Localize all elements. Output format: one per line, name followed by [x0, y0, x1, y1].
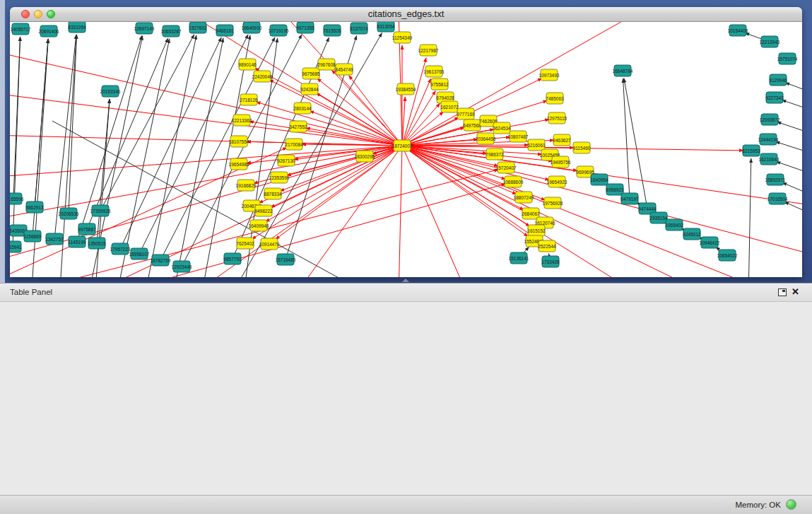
- graph-node[interactable]: 9242844: [300, 83, 319, 95]
- graph-node[interactable]: 3427552: [289, 121, 307, 132]
- graph-node[interactable]: 10719195: [269, 25, 289, 36]
- graph-node[interactable]: 1350515: [88, 238, 106, 249]
- graph-node[interactable]: 22420046: [252, 71, 273, 82]
- graph-node[interactable]: 8215953: [742, 145, 760, 156]
- graph-edge[interactable]: [748, 158, 751, 277]
- graph-edge[interactable]: [257, 102, 402, 146]
- graph-node[interactable]: 16640910: [242, 22, 262, 33]
- graph-node[interactable]: 20891406: [39, 25, 59, 37]
- graph-node[interactable]: 20153346: [100, 86, 121, 97]
- graph-edge[interactable]: [402, 97, 405, 146]
- graph-node[interactable]: 9675685: [302, 68, 320, 79]
- graph-node[interactable]: 9862913: [25, 201, 44, 213]
- graph-hub-node[interactable]: 18724007: [392, 140, 413, 151]
- graph-node[interactable]: 10914479: [259, 238, 280, 250]
- graph-node[interactable]: 9975887: [78, 223, 96, 235]
- graph-node[interactable]: 16648784: [613, 65, 633, 76]
- graph-edge[interactable]: [269, 80, 402, 146]
- graph-node[interactable]: 10654022: [717, 250, 738, 261]
- graph-node[interactable]: 15751074: [777, 53, 798, 64]
- graph-edge[interactable]: [776, 162, 802, 174]
- graph-node[interactable]: 9267130: [277, 155, 295, 166]
- graph-node[interactable]: 1640954: [590, 174, 608, 185]
- graph-node[interactable]: 8331054: [68, 22, 86, 33]
- graph-node[interactable]: 20364456: [476, 133, 496, 144]
- graph-node[interactable]: 19756928: [543, 197, 563, 209]
- graph-node[interactable]: 15716485: [276, 254, 296, 265]
- graph-node[interactable]: 1156869: [24, 230, 42, 242]
- graph-node[interactable]: 12975115: [547, 112, 567, 124]
- graph-edge[interactable]: [69, 35, 77, 214]
- graph-node[interactable]: 12213943: [760, 36, 780, 47]
- graph-node[interactable]: 10973493: [539, 69, 560, 81]
- graph-node[interactable]: 7986372: [486, 148, 504, 160]
- graph-node[interactable]: 16409948: [249, 220, 269, 231]
- graph-edge[interactable]: [87, 38, 168, 229]
- close-panel-icon[interactable]: ✕: [792, 286, 799, 297]
- graph-node[interactable]: 3915941: [10, 241, 22, 252]
- graph-node[interactable]: 10653287: [161, 25, 182, 37]
- network-window[interactable]: citations_edges.txt 14055717208914068331…: [10, 7, 802, 277]
- graph-node[interactable]: 12093872: [760, 114, 780, 125]
- graph-node[interactable]: 9129946: [769, 74, 787, 86]
- graph-node[interactable]: 19166829: [236, 180, 257, 191]
- graph-node[interactable]: 1065402: [665, 219, 683, 230]
- graph-edge[interactable]: [775, 141, 802, 153]
- graph-node[interactable]: 11254349: [392, 32, 413, 43]
- graph-node[interactable]: 1621072: [440, 101, 459, 112]
- graph-node[interactable]: 8878334: [264, 188, 282, 199]
- graph-node[interactable]: 10946422: [700, 237, 720, 248]
- graph-node[interactable]: 19654985: [229, 158, 249, 170]
- graph-node[interactable]: 17359928: [90, 205, 111, 216]
- graph-edge[interactable]: [785, 83, 802, 93]
- graph-node[interactable]: 12213363: [232, 115, 252, 126]
- graph-node[interactable]: 17016504: [767, 193, 788, 204]
- graph-node[interactable]: 2967608: [317, 59, 336, 70]
- graph-node[interactable]: 8313054: [377, 22, 395, 32]
- graph-node[interactable]: 20206536: [59, 208, 79, 219]
- graph-edge[interactable]: [777, 122, 802, 134]
- graph-node[interactable]: 8454749: [335, 64, 353, 75]
- graph-edge[interactable]: [623, 78, 630, 199]
- graph-node[interactable]: 6497568: [463, 119, 481, 131]
- graph-node[interactable]: 9857791: [223, 253, 242, 264]
- graph-node[interactable]: 14055717: [11, 23, 31, 35]
- graph-node[interactable]: 16958107: [129, 248, 150, 259]
- graph-node[interactable]: 9755812: [430, 78, 449, 90]
- graph-node[interactable]: 1733426: [541, 256, 560, 267]
- graph-node[interactable]: 20165596: [10, 193, 24, 204]
- graph-node[interactable]: 2170084: [285, 139, 303, 150]
- graph-node[interactable]: 9777169: [457, 108, 475, 119]
- graph-node[interactable]: 17957223: [110, 243, 131, 255]
- graph-node[interactable]: 9245012: [683, 228, 701, 240]
- network-canvas[interactable]: 1405571720891406833105412697149106532871…: [10, 22, 802, 277]
- graph-node[interactable]: 12444194: [758, 134, 779, 145]
- graph-node[interactable]: 9466161: [216, 25, 234, 36]
- graph-node[interactable]: 9671355: [296, 22, 314, 33]
- float-panel-icon[interactable]: [778, 288, 787, 296]
- network-window-titlebar[interactable]: citations_edges.txt: [10, 7, 802, 22]
- graph-node[interactable]: 9463627: [553, 134, 571, 146]
- graph-node[interactable]: 12217987: [418, 45, 439, 56]
- graph-node[interactable]: 19613765: [424, 66, 445, 77]
- graph-edge[interactable]: [35, 39, 48, 207]
- graph-node[interactable]: 19495756: [551, 156, 571, 168]
- graph-node[interactable]: 12353599: [269, 172, 290, 183]
- graph-node[interactable]: 8137074: [350, 23, 368, 34]
- graph-node[interactable]: 16210643: [759, 153, 779, 165]
- graph-edge[interactable]: [399, 146, 402, 277]
- graph-node[interactable]: 7485063: [546, 93, 564, 104]
- graph-edge[interactable]: [402, 146, 802, 255]
- graph-node[interactable]: 2522544: [538, 240, 556, 252]
- graph-node[interactable]: 9498222: [254, 205, 273, 216]
- graph-edge[interactable]: [624, 78, 647, 209]
- graph-node[interactable]: 18807249: [514, 192, 534, 203]
- graph-node[interactable]: 3624534: [493, 122, 511, 134]
- graph-edge[interactable]: [782, 100, 802, 110]
- graph-node[interactable]: 15720407: [496, 162, 517, 173]
- network-canvas-svg[interactable]: 1405571720891406833105412697149106532871…: [10, 22, 802, 277]
- graph-node[interactable]: 9227343: [765, 92, 784, 103]
- graph-node[interactable]: 10807487: [508, 131, 529, 142]
- graph-node[interactable]: 18300295: [355, 151, 375, 162]
- graph-edge[interactable]: [293, 146, 402, 277]
